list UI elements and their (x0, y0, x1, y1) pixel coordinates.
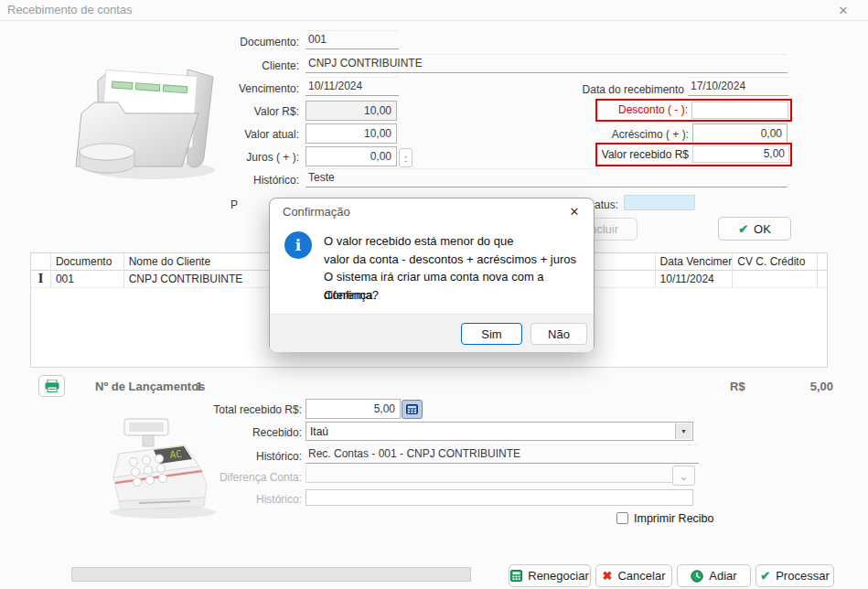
valor-atual-label: Valor atual: (180, 128, 299, 141)
adiar-button-label: Adiar (709, 569, 736, 583)
adiar-button[interactable]: Adiar (677, 564, 751, 587)
historico2-label: Histórico: (165, 493, 302, 506)
valor-label: Valor R$: (180, 105, 299, 118)
bottom-historico-input[interactable]: Rec. Contas - 001 - CNPJ CONTRIBUINTE (305, 444, 699, 464)
desconto-label: Desconto ( - ): (567, 103, 688, 116)
valor-recebido-label: Valor recebido R$ (558, 148, 689, 161)
acrescimo-label: Acréscimo ( + ): (565, 128, 689, 141)
ok-button-label: OK (754, 222, 771, 236)
confirmation-dialog: Confirmação ✕ i O valor recebido está me… (269, 198, 595, 352)
renegociar-button[interactable]: Renegociar (509, 564, 591, 587)
row-data-vencimento: 10/11/2024 (656, 271, 734, 288)
cliente-label: Cliente: (180, 59, 299, 72)
printer-icon (45, 380, 59, 392)
imprimir-recibo-label: Imprimir Recibo (634, 512, 714, 525)
table-header-data-vencimento[interactable]: Data Vencimento (656, 253, 734, 271)
desconto-input[interactable] (691, 102, 788, 119)
table-header-selector (31, 253, 51, 271)
documento-label: Documento: (180, 36, 299, 48)
adiar-clock-icon (691, 570, 703, 583)
renegociar-calculator-icon (510, 570, 522, 582)
titlebar-divider (0, 20, 868, 21)
lancamentos-label: Nº de Lançamentos (95, 380, 205, 393)
row-cv-credito (733, 271, 818, 288)
dialog-title: Confirmação (283, 205, 350, 219)
valor-input[interactable]: 10,00 (305, 101, 397, 121)
cancelar-button[interactable]: ✖ Cancelar (595, 564, 672, 587)
dialog-yes-label: Sim (481, 327, 501, 341)
diferenca-conta-select[interactable] (305, 467, 672, 483)
dialog-message-line: valor da conta - descontos + acréscimos … (324, 251, 584, 269)
table-header-cv-credito[interactable]: CV C. Crédito (733, 253, 818, 271)
dialog-no-button[interactable]: Não (530, 323, 587, 345)
calculator-button[interactable] (402, 400, 423, 419)
juros-label: Juros ( + ): (180, 151, 299, 164)
summary-currency: R$ (730, 380, 745, 393)
cancelar-x-icon: ✖ (603, 569, 613, 583)
valor-recebido-input[interactable]: 5,00 (692, 145, 789, 163)
processar-button-label: Processar (776, 569, 830, 583)
calculator-icon (406, 404, 418, 414)
renegociar-button-label: Renegociar (528, 569, 589, 583)
table-header-documento[interactable]: Documento (51, 253, 124, 271)
dialog-no-label: Não (548, 327, 570, 341)
row-cursor-icon: I (31, 271, 51, 288)
valor-atual-input[interactable]: 10,00 (305, 123, 397, 144)
receipt-window: Recebimento de contas ✕ (0, 0, 868, 589)
portador-label-fragment: P (230, 198, 243, 211)
cliente-input[interactable]: CNPJ CONTRIBUINTE (305, 54, 788, 73)
dialog-question: Confirma? (324, 288, 379, 302)
info-icon: i (284, 231, 312, 259)
documento-input[interactable]: 001 (305, 30, 399, 49)
row-documento: 001 (51, 271, 124, 288)
vencimento-input[interactable]: 10/11/2024 (305, 77, 399, 96)
processar-button[interactable]: ✔ Processar (755, 564, 834, 587)
historico-label: Histórico: (180, 174, 299, 187)
vencimento-label: Vencimento: (180, 82, 299, 95)
juros-picker-icon[interactable]: : (399, 148, 413, 167)
ok-button[interactable]: ✔ OK (718, 217, 791, 241)
diferenca-conta-label: Diferença Conta: (165, 471, 302, 484)
progress-bar (71, 567, 471, 582)
ok-check-icon: ✔ (738, 222, 748, 236)
data-recebimento-label: Data do recebimento (544, 83, 684, 96)
summary-amount: 5,00 (773, 380, 833, 393)
total-recebido-input[interactable]: 5,00 (305, 399, 401, 419)
dialog-close-icon[interactable]: ✕ (564, 203, 584, 220)
data-recebimento-input[interactable]: 17/10/2024 (688, 77, 788, 96)
dialog-message-line: O valor recebido está menor do que (324, 232, 584, 251)
status-input[interactable] (624, 195, 695, 210)
historico2-input[interactable] (305, 489, 693, 506)
processar-check-icon: ✔ (760, 569, 770, 583)
status-label-fragment: atus: (595, 198, 626, 211)
diferenca-chevron-icon[interactable]: ⌄ (672, 466, 695, 486)
dialog-yes-button[interactable]: Sim (461, 323, 522, 345)
print-button[interactable] (38, 375, 65, 397)
window-close-icon[interactable]: ✕ (828, 1, 859, 20)
imprimir-recibo-checkbox[interactable] (616, 512, 628, 524)
historico-input[interactable]: Teste (305, 168, 788, 187)
lancamentos-count: 1 (196, 380, 202, 393)
juros-input[interactable]: 0,00 (305, 146, 397, 166)
recebido-selected-value: Itaú (306, 423, 692, 438)
recebido-dropdown-icon[interactable]: ▼ (675, 423, 691, 439)
cancelar-button-label: Cancelar (617, 569, 665, 583)
acrescimo-input[interactable]: 0,00 (692, 123, 788, 144)
total-recebido-label: Total recebido R$: (165, 403, 302, 416)
bottom-historico-label: Histórico: (165, 450, 302, 463)
window-title: Recebimento de contas (7, 3, 133, 16)
recebido-select[interactable]: Itaú ▼ (305, 422, 693, 441)
recebido-label: Recebido: (165, 426, 302, 439)
